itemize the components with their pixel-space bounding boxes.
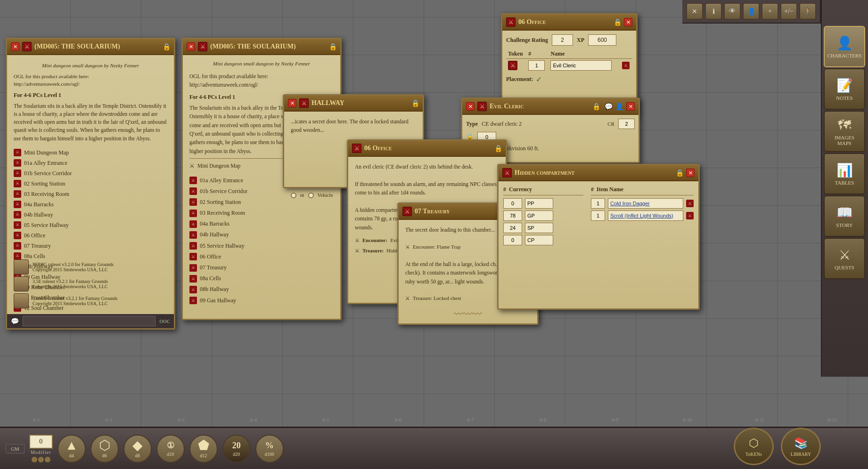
hallway-close-btn[interactable]: ✕ [288,99,296,107]
list-item[interactable]: ⚔03 Receiving Room [14,189,167,199]
dagger-del-btn[interactable]: ⚔ [686,200,694,207]
tokens-label: ToKENs [745,452,762,457]
cleric-chat-icon: 💬 [605,103,613,111]
dice-d100[interactable]: % d100 [255,435,284,463]
sp-name-input[interactable] [525,223,553,233]
d6-label: d6 [102,453,107,458]
item-label: 05 Service Hallway [24,221,69,229]
dagger-name-input[interactable] [608,198,683,209]
sidebar-item-tables[interactable]: 📊 TABLES [824,153,865,194]
toolbar-cut-btn[interactable]: ✕ [686,3,703,20]
list-item[interactable]: ⚔09 Gas Hallway [189,295,334,306]
list-item[interactable]: ⚔05 Service Hallway [189,241,334,251]
token-num-input[interactable] [528,60,545,71]
cr-input[interactable] [552,34,573,46]
dice-d12[interactable]: ⬟ d12 [189,435,218,463]
ooc-input[interactable] [23,316,156,326]
gm-badge: GM [6,444,25,453]
list-item[interactable]: ⚔02 Sorting Station [14,178,167,189]
nav-map-item[interactable]: ⚔ Mini Dungeon Map [14,147,167,158]
list-item[interactable]: ⚔01b Service Corridor [14,168,167,178]
toolbar-user-btn[interactable]: 👤 [743,3,760,20]
sidebar-item-notes[interactable]: 📝 NOTES [824,68,865,110]
list-icon: ⚔ [14,242,21,250]
token-del-btn[interactable]: ⚔ [622,62,630,69]
adventure-lock-icon: 🔒 [163,43,170,50]
token-name-input[interactable] [550,60,612,71]
right-sidebar: 👤 CHARACTERS 📝 NOTES 🗺 IMAGESMAPS 📊 TABL… [821,0,868,377]
list-item[interactable]: ⚔03 Receiving Room [189,208,334,218]
vehicle-radio[interactable] [308,193,314,198]
scroll-num-input[interactable] [591,210,605,221]
sp-num-input[interactable] [503,223,522,233]
hallway-panel-icon: ⚔ [299,98,309,108]
dice-d10[interactable]: ① d10 [156,435,185,463]
gp-num-input[interactable] [503,210,522,221]
cr-small-input[interactable] [618,119,635,129]
currency-item-table: # Currency [503,186,694,247]
cp-num-input[interactable] [503,235,522,245]
adventure-ogl: OGL for this product available here:http… [14,73,167,88]
list-item[interactable]: ⚔04b Hallway [189,229,334,240]
main-close-btn[interactable]: ✕ [187,42,195,51]
main-lock-icon: 🔒 [329,43,336,50]
tokens-button[interactable]: ⬡ ToKENs [734,428,774,465]
pp-name-input[interactable] [525,198,553,209]
map-label: Mini Dungeon Map [24,148,69,157]
nt-radio[interactable] [291,193,296,198]
list-item[interactable]: ⚔08b Hallway [189,284,334,295]
sidebar-item-maps[interactable]: 🗺 IMAGESMAPS [824,111,865,152]
list-item[interactable]: ⚔04a Barracks [14,199,167,210]
toolbar-add-btn[interactable]: + [762,3,778,20]
hidden-close-btn[interactable]: ✕ [686,169,695,177]
cp-name-input[interactable] [525,235,553,245]
xp-input[interactable] [588,34,616,46]
list-item[interactable]: ⚔07 Treasury [189,262,334,273]
dice-d20[interactable]: 20 d20 [222,435,251,463]
item-row-dagger: ⚔ [591,198,694,209]
list-item[interactable]: ⚔08a Cells [189,273,334,284]
currency-row-sp [503,223,583,233]
list-item[interactable]: ⚔06 Office [189,251,334,262]
dagger-num-input[interactable] [591,198,605,209]
hidden-content: # Currency [499,181,698,252]
grid-label-a12: A-12 [796,417,868,426]
dice-d4[interactable]: ▲ d4 [57,435,86,463]
item-label: 01a Alley Entrance [24,159,67,167]
sidebar-item-characters[interactable]: 👤 CHARACTERS [824,26,865,67]
type-label: Type [466,121,478,128]
token-table: Token # Name ⚔ [506,49,632,72]
list-item[interactable]: ⚔04b Hallway [14,210,167,220]
list-item[interactable]: ⚔04a Barracks [189,218,334,229]
toolbar-eye-btn[interactable]: 👁 [724,3,741,20]
cleric-panel-close2[interactable]: ✕ [626,102,635,111]
cleric-close-btn[interactable]: ✕ [466,102,475,111]
nt-label: nt [300,191,304,200]
list-item[interactable]: ⚔07 Treasury [14,241,167,251]
list-item[interactable]: ⚔01a Alley Entrance [14,158,167,168]
gp-name-input[interactable] [525,210,553,221]
hidden-panel: ⚔ Hidden compartment 🔒 ✕ # Currency [497,164,700,310]
dice-d6[interactable]: ⬡ d6 [90,435,119,463]
sidebar-item-story[interactable]: 📖 STORY [824,195,865,237]
library-button[interactable]: 📚 LIBRARY [781,428,821,465]
office-top-close[interactable]: ✕ [624,18,632,26]
adventure-close-btn[interactable]: ✕ [11,42,19,51]
sidebar-item-quests[interactable]: ⚔ QUESTS [824,238,865,279]
map-item-label: Mini Dungeon Map [197,162,240,170]
toolbar-walk-btn[interactable]: 🚶 [799,3,816,20]
list-item[interactable]: ⚔06 Office [14,230,167,241]
pp-num-input[interactable] [503,198,522,209]
token-icon: ⚔ [508,61,517,70]
scroll-name-input[interactable] [608,210,683,221]
list-item[interactable]: ⚔05 Service Hallway [14,220,167,230]
grid-label-a1: A-1 [0,417,73,426]
scroll-del-btn[interactable]: ⚔ [686,212,694,219]
toolbar-info-btn[interactable]: ℹ [705,3,722,20]
toolbar-plus-btn[interactable]: +/− [780,3,797,20]
map-icon: ⚔ [14,149,21,156]
grid-label-a11: A-11 [723,417,796,426]
token-del-cell: ⚔ [620,59,632,73]
office-top-titlebar: ⚔ 06 Office 🔒 ✕ [502,15,636,31]
dice-d8[interactable]: ◆ d8 [123,435,152,463]
